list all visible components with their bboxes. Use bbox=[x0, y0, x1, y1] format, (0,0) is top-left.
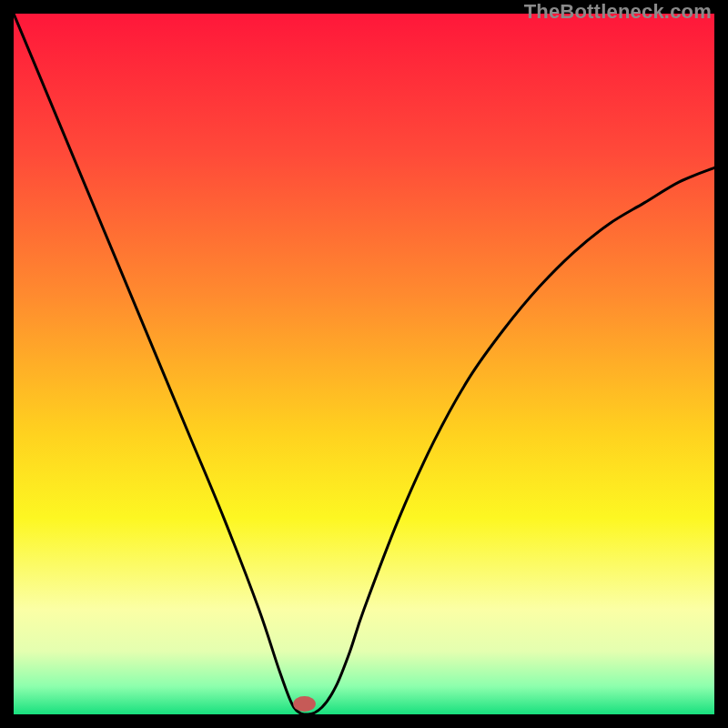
watermark-text: TheBottleneck.com bbox=[524, 0, 712, 24]
chart-frame bbox=[14, 14, 714, 714]
minimum-marker bbox=[293, 696, 316, 712]
bottleneck-chart bbox=[14, 14, 714, 714]
